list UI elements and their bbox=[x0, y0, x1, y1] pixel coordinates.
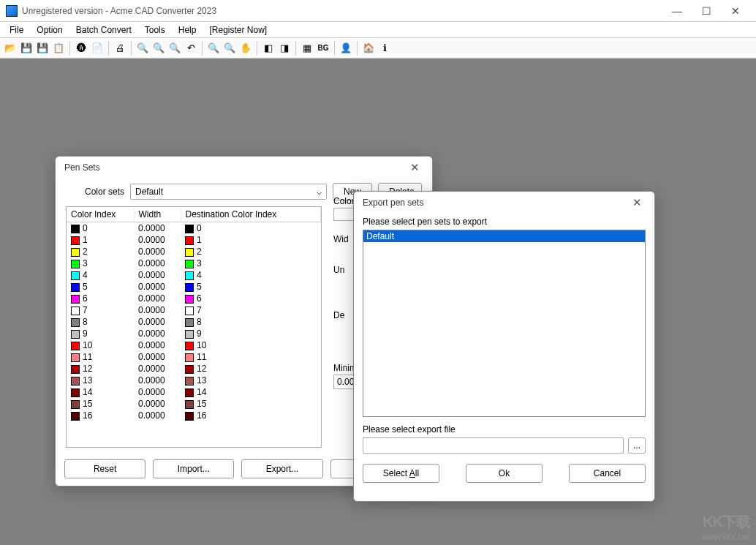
export-close-button[interactable]: ✕ bbox=[628, 194, 646, 211]
page-setup-icon[interactable]: 📄 bbox=[90, 41, 105, 56]
menu-register-now[interactable]: [Register Now] bbox=[203, 23, 273, 37]
menu-tools[interactable]: Tools bbox=[138, 23, 172, 37]
save-icon[interactable]: 💾 bbox=[19, 41, 34, 56]
color-sets-label: Color sets bbox=[66, 187, 124, 197]
table-row[interactable]: 120.000012 bbox=[67, 363, 321, 375]
reset-button[interactable]: Reset bbox=[64, 459, 145, 478]
print-icon[interactable]: 🖨 bbox=[113, 41, 127, 56]
table-row[interactable]: 40.00004 bbox=[67, 269, 321, 281]
menu-batch-convert[interactable]: Batch Convert bbox=[69, 23, 138, 37]
watermark-url: www.kkx.net bbox=[701, 532, 750, 542]
zoom-prev-icon[interactable]: ↶ bbox=[184, 41, 198, 56]
table-row[interactable]: 140.000014 bbox=[67, 386, 321, 398]
maximize-button[interactable]: ☐ bbox=[692, 1, 721, 21]
table-row[interactable]: 50.00005 bbox=[67, 281, 321, 293]
color-sets-select[interactable]: Default ⌵ bbox=[130, 184, 327, 200]
table-row[interactable]: 20.00002 bbox=[67, 246, 321, 258]
menu-help[interactable]: Help bbox=[172, 23, 203, 37]
export-ok-button[interactable]: Ok bbox=[466, 464, 543, 483]
table-row[interactable]: 10.00001 bbox=[67, 234, 321, 246]
export-button[interactable]: Export... bbox=[241, 459, 322, 478]
list-item-default[interactable]: Default bbox=[363, 230, 645, 242]
table-row[interactable]: 160.000016 bbox=[67, 410, 321, 421]
browse-button[interactable]: ... bbox=[628, 437, 646, 454]
zoom-window-icon[interactable]: 🔍 bbox=[167, 41, 182, 56]
menu-option[interactable]: Option bbox=[30, 23, 69, 37]
chevron-down-icon: ⌵ bbox=[317, 187, 322, 197]
watermark: KK下载 www.kkx.net bbox=[701, 512, 750, 542]
toolbar: 📂 💾 💾 📋 🅐 📄 🖨 🔍 🔍 🔍 ↶ 🔍 🔍 ✋ ◧ ◨ ▦ BG 👤 🏠… bbox=[0, 38, 756, 59]
export-title: Export pen sets bbox=[363, 198, 423, 208]
table-row[interactable]: 100.000010 bbox=[67, 339, 321, 351]
export-pen-sets-list[interactable]: Default bbox=[363, 230, 646, 417]
home-icon[interactable]: 🏠 bbox=[361, 41, 376, 56]
zoom-all-icon[interactable]: 🔍 bbox=[222, 41, 237, 56]
app-title: Unregistered version - Acme CAD Converte… bbox=[22, 6, 662, 16]
app-icon bbox=[6, 5, 18, 17]
table-row[interactable]: 150.000015 bbox=[67, 398, 321, 410]
copy-icon[interactable]: 📋 bbox=[51, 41, 66, 56]
table-row[interactable]: 80.00008 bbox=[67, 316, 321, 328]
table-row[interactable]: 30.00003 bbox=[67, 258, 321, 269]
app-titlebar: Unregistered version - Acme CAD Converte… bbox=[0, 0, 756, 22]
table-row[interactable]: 70.00007 bbox=[67, 304, 321, 316]
pen-sets-titlebar[interactable]: Pen Sets ✕ bbox=[56, 157, 432, 178]
col-dest-color-index[interactable]: Destination Color Index bbox=[181, 207, 321, 222]
table-row[interactable]: 00.00000 bbox=[67, 222, 321, 235]
menubar: FileOptionBatch ConvertToolsHelp[Registe… bbox=[0, 22, 756, 38]
zoom-extents-icon[interactable]: 🔍 bbox=[206, 41, 221, 56]
export-prompt-sets: Please select pen sets to export bbox=[363, 217, 646, 227]
table-row[interactable]: 60.00006 bbox=[67, 293, 321, 304]
open-icon[interactable]: 📂 bbox=[3, 41, 18, 56]
export-titlebar[interactable]: Export pen sets ✕ bbox=[354, 192, 654, 214]
export-cancel-button[interactable]: Cancel bbox=[569, 464, 646, 483]
bg-icon[interactable]: BG bbox=[316, 41, 330, 56]
table-row[interactable]: 130.000013 bbox=[67, 375, 321, 386]
menu-file[interactable]: File bbox=[3, 23, 30, 37]
pan-icon[interactable]: ✋ bbox=[238, 41, 253, 56]
export-prompt-file: Please select export file bbox=[363, 424, 646, 435]
table-row[interactable]: 110.000011 bbox=[67, 351, 321, 363]
import-button[interactable]: Import... bbox=[153, 459, 234, 478]
workspace: Pen Sets ✕ Color sets Default ⌵ New Dele… bbox=[0, 59, 756, 545]
export-pen-sets-dialog: Export pen sets ✕ Please select pen sets… bbox=[353, 191, 655, 502]
save-as-icon[interactable]: 💾 bbox=[35, 41, 50, 56]
layouts-icon[interactable]: ◨ bbox=[277, 41, 292, 56]
layers-icon[interactable]: ◧ bbox=[261, 41, 276, 56]
close-app-button[interactable]: ✕ bbox=[721, 1, 750, 21]
minimize-button[interactable]: — bbox=[662, 1, 692, 21]
col-color-index[interactable]: Color Index bbox=[67, 207, 134, 222]
select-all-button[interactable]: Select All bbox=[363, 464, 439, 483]
zoom-out-icon[interactable]: 🔍 bbox=[151, 41, 166, 56]
pen-sets-close-button[interactable]: ✕ bbox=[406, 159, 423, 176]
pen-table[interactable]: Color Index Width Destination Color Inde… bbox=[66, 206, 322, 448]
color-sets-value: Default bbox=[135, 187, 163, 197]
info-icon[interactable]: ▦ bbox=[300, 41, 314, 56]
acme-icon[interactable]: 🅐 bbox=[74, 41, 88, 56]
table-row[interactable]: 90.00009 bbox=[67, 328, 321, 339]
col-width[interactable]: Width bbox=[134, 207, 181, 222]
export-file-input[interactable] bbox=[363, 437, 624, 454]
zoom-in-icon[interactable]: 🔍 bbox=[135, 41, 150, 56]
user-icon[interactable]: 👤 bbox=[339, 41, 353, 56]
watermark-logo: KK下载 bbox=[701, 512, 750, 532]
pen-sets-title: Pen Sets bbox=[64, 162, 100, 173]
about-icon[interactable]: ℹ bbox=[377, 41, 392, 56]
